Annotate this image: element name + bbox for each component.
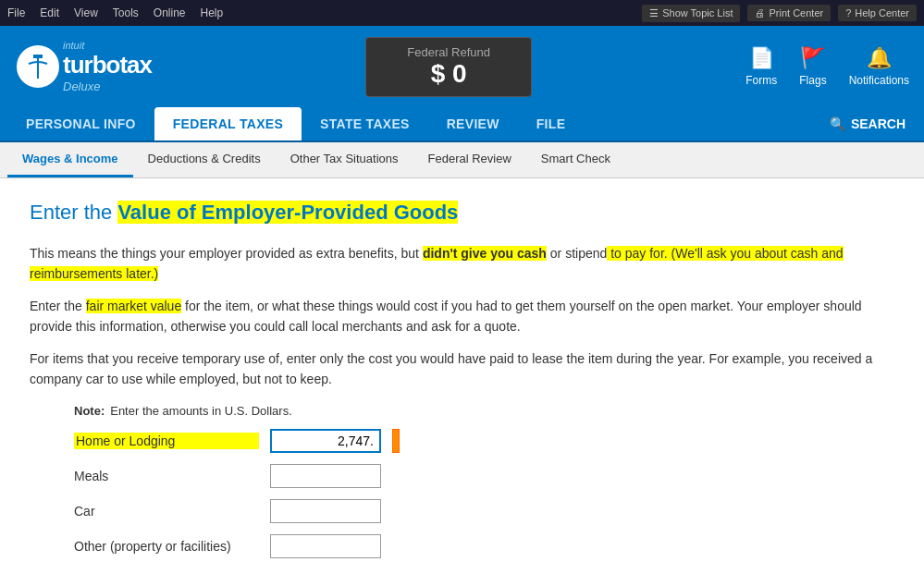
other-input[interactable] [270,534,381,558]
note-label: Note: [74,404,105,418]
notifications-icon: 🔔 [867,46,892,70]
tab-personal-info[interactable]: PERSONAL INFO [7,107,154,140]
note-text: Enter the amounts in U.S. Dollars. [110,404,292,418]
nav-tabs: PERSONAL INFO FEDERAL TAXES STATE TAXES … [0,107,924,142]
car-input[interactable] [270,499,381,523]
menu-edit[interactable]: Edit [40,6,59,19]
refund-currency: $ [431,59,446,88]
page-title-highlight: Value of Employer-Provided Goods [117,201,458,224]
desc1-pre: This means the things your employer prov… [30,246,423,261]
flags-label: Flags [799,74,826,87]
menu-file[interactable]: File [7,6,25,19]
sub-tab-smart-check[interactable]: Smart Check [526,142,625,177]
menu-help[interactable]: Help [201,6,224,19]
tab-review[interactable]: REVIEW [428,107,518,140]
form-row-home-lodging: Home or Lodging [74,429,894,453]
print-icon: 🖨 [755,7,765,18]
forms-button[interactable]: 📄 Forms [745,46,777,87]
sub-tab-deductions-credits[interactable]: Deductions & Credits [133,142,276,177]
turbotax-label: turbotax [63,51,152,79]
flags-icon: 🚩 [800,46,825,70]
flags-button[interactable]: 🚩 Flags [799,46,826,87]
page-title-pre: Enter the [30,201,117,224]
form-row-other: Other (property or facilities) [74,534,894,558]
tab-federal-taxes[interactable]: FEDERAL TAXES [154,107,302,140]
description-1: This means the things your employer prov… [30,243,894,285]
sub-tab-federal-review[interactable]: Federal Review [413,142,526,177]
print-center-button[interactable]: 🖨 Print Center [747,5,831,21]
menu-items: File Edit View Tools Online Help [7,6,223,19]
search-icon: 🔍 [830,116,845,131]
meals-input[interactable] [270,464,381,488]
refund-amount: $ 0 [388,59,509,89]
cursor-indicator [392,429,400,453]
note-row: Note: Enter the amounts in U.S. Dollars. [74,404,894,418]
main-content: Enter the Value of Employer-Provided Goo… [0,178,924,574]
field-label-car: Car [74,504,259,519]
desc2-pre: Enter the [30,299,86,313]
logo-text: intuit turbotax Deluxe [63,40,152,93]
help-icon: ? [845,7,851,18]
search-label: SEARCH [851,116,906,131]
list-icon: ☰ [649,7,659,19]
form-row-meals: Meals [74,464,894,488]
refund-label: Federal Refund [388,45,509,59]
desc1-highlight: didn't give you cash [423,246,547,261]
page-title: Enter the Value of Employer-Provided Goo… [30,201,894,225]
top-bar-actions: ☰ Show Topic List 🖨 Print Center ? Help … [642,5,917,22]
turbotax-logo-icon [15,43,61,90]
sub-tabs: Wages & Income Deductions & Credits Othe… [0,142,924,178]
form-section: Home or Lodging Meals Car Other (propert… [74,429,894,558]
refund-box: Federal Refund $ 0 [365,37,532,97]
refund-value: 0 [452,59,467,88]
notifications-label: Notifications [849,74,909,87]
forms-icon: 📄 [749,46,774,70]
forms-label: Forms [745,74,777,87]
field-label-home-lodging: Home or Lodging [74,433,259,449]
sub-tab-wages-income[interactable]: Wages & Income [7,142,133,177]
notifications-button[interactable]: 🔔 Notifications [849,46,909,87]
home-lodging-input[interactable] [270,429,381,453]
show-topic-list-button[interactable]: ☰ Show Topic List [642,5,740,22]
field-label-meals: Meals [74,469,259,483]
sub-tab-other-tax[interactable]: Other Tax Situations [276,142,413,177]
search-button[interactable]: 🔍 SEARCH [819,107,917,140]
logo-area: intuit turbotax Deluxe [15,40,152,93]
menu-tools[interactable]: Tools [113,6,139,19]
top-menu-bar: File Edit View Tools Online Help ☰ Show … [0,0,924,26]
header-actions: 📄 Forms 🚩 Flags 🔔 Notifications [745,46,909,87]
intuit-label: intuit [63,40,152,51]
edition-label: Deluxe [63,79,152,93]
menu-online[interactable]: Online [154,6,186,19]
tab-state-taxes[interactable]: STATE TAXES [302,107,428,140]
menu-view[interactable]: View [74,6,98,19]
app-header: intuit turbotax Deluxe Federal Refund $ … [0,26,924,107]
desc1-mid: or stipend [547,246,607,261]
desc2-highlight: fair market value [86,299,181,313]
help-center-button[interactable]: ? Help Center [838,5,917,21]
form-row-car: Car [74,499,894,523]
tab-file[interactable]: FILE [518,107,585,140]
field-label-other: Other (property or facilities) [74,539,259,554]
description-3: For items that you receive temporary use… [30,348,894,390]
description-2: Enter the fair market value for the item… [30,296,894,337]
